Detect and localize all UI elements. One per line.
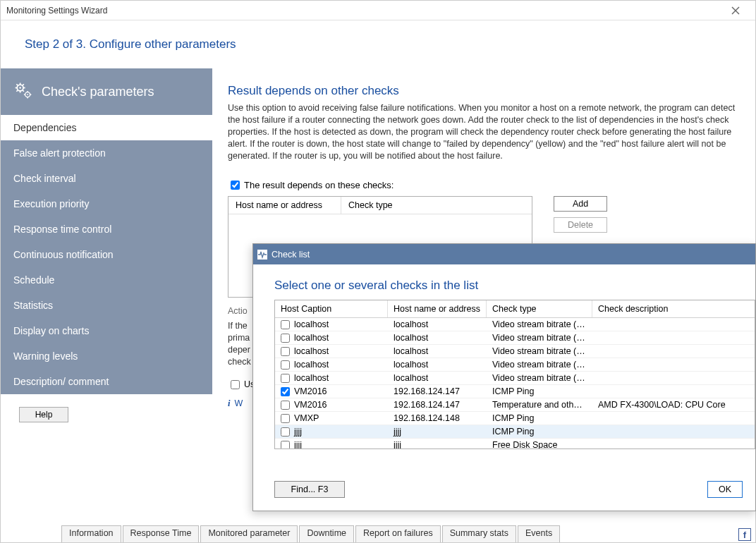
row-type: ICMP Ping: [487, 386, 592, 396]
sidebar-list: DependenciesFalse alert protectionCheck …: [1, 115, 212, 394]
row-caption: localhost: [294, 333, 329, 343]
row-host: 192.168.124.148: [388, 413, 487, 423]
info-text-truncated: W: [234, 398, 243, 408]
row-desc: AMD FX-4300\LOAD: CPU Core: [592, 400, 755, 410]
delete-button[interactable]: Delete: [554, 217, 607, 233]
tab-downtime[interactable]: Downtime: [299, 525, 354, 542]
check-list-row[interactable]: localhostlocalhostVideo stream bitrate (…: [275, 318, 755, 331]
row-caption: VMXP: [294, 413, 319, 423]
sidebar-item-execution-priority[interactable]: Execution priority: [1, 191, 212, 216]
row-host: jjjj: [388, 440, 487, 449]
dialog-title-text: Check list: [272, 250, 310, 260]
sidebar-heading-text: Check's parameters: [42, 85, 154, 99]
dependencies-buttons: Add Delete: [554, 196, 607, 233]
sidebar-item-display-on-charts[interactable]: Display on charts: [1, 318, 212, 343]
check-list-dialog: Check list Select one or several checks …: [252, 243, 756, 511]
dep-col-type[interactable]: Check type: [341, 197, 532, 214]
col-check-type[interactable]: Check type: [487, 300, 592, 317]
check-list-row[interactable]: jjjjjjjjFree Disk Space: [275, 439, 755, 449]
svg-point-13: [27, 94, 28, 95]
row-checkbox[interactable]: [281, 414, 290, 423]
sidebar-item-false-alert-protection[interactable]: False alert protection: [1, 140, 212, 166]
sidebar-item-continuous-notification[interactable]: Continuous notification: [1, 242, 212, 267]
row-type: ICMP Ping: [487, 413, 592, 423]
dialog-titlebar: Check list: [253, 244, 755, 264]
row-type: Video stream bitrate (RT...: [487, 319, 592, 329]
dialog-subtitle: Select one or several checks in the list: [253, 264, 755, 300]
check-list-row[interactable]: localhostlocalhostVideo stream bitrate (…: [275, 345, 755, 358]
svg-line-9: [23, 90, 24, 92]
result-depends-label: The result depends on these checks:: [244, 180, 394, 190]
row-checkbox[interactable]: [281, 360, 290, 370]
row-caption: jjjj: [294, 440, 302, 449]
svg-point-3: [19, 87, 21, 89]
row-type: Video stream bitrate (RT...: [487, 360, 592, 370]
sidebar-item-warning-levels[interactable]: Warning levels: [1, 343, 212, 369]
row-checkbox[interactable]: [281, 441, 290, 450]
row-host: jjjj: [388, 427, 487, 437]
tab-events[interactable]: Events: [518, 525, 560, 542]
check-list-row[interactable]: VM2016192.168.124.147ICMP Ping: [275, 385, 755, 398]
row-caption: localhost: [294, 319, 329, 329]
tab-report-on-failures[interactable]: Report on failures: [355, 525, 441, 542]
wizard-step-label: Step 2 of 3. Configure other parameters: [1, 20, 755, 68]
sidebar: Check's parameters DependenciesFalse ale…: [1, 68, 212, 542]
find-button[interactable]: Find... F3: [274, 481, 345, 498]
gears-icon: [13, 80, 33, 104]
dialog-button-row: Find... F3 OK: [274, 481, 743, 498]
sidebar-item-check-interval[interactable]: Check interval: [1, 166, 212, 191]
col-host-address[interactable]: Host name or address: [388, 300, 487, 317]
tab-monitored-parameter[interactable]: Monitored parameter: [200, 525, 298, 542]
check-list-grid-header: Host Caption Host name or address Check …: [275, 300, 755, 318]
row-checkbox[interactable]: [281, 387, 290, 396]
result-depends-checkbox[interactable]: [231, 181, 240, 190]
check-list-row[interactable]: VM2016192.168.124.147Temperature and oth…: [275, 398, 755, 412]
tab-summary-stats[interactable]: Summary stats: [442, 525, 516, 542]
result-depends-checkbox-row[interactable]: The result depends on these checks:: [228, 178, 741, 192]
section-title: Result depends on other checks: [228, 84, 741, 98]
sidebar-item-response-time-control[interactable]: Response time control: [1, 216, 212, 242]
check-list-row[interactable]: localhostlocalhostVideo stream bitrate (…: [275, 358, 755, 372]
row-checkbox[interactable]: [281, 347, 290, 356]
row-type: Video stream bitrate (RT...: [487, 373, 592, 383]
row-checkbox[interactable]: [281, 374, 290, 383]
check-list-grid[interactable]: Host Caption Host name or address Check …: [274, 300, 755, 449]
add-button[interactable]: Add: [554, 196, 607, 212]
sidebar-item-dependencies[interactable]: Dependencies: [1, 115, 212, 140]
row-caption: localhost: [294, 360, 329, 370]
col-check-description[interactable]: Check description: [592, 300, 755, 317]
check-list-row[interactable]: VMXP192.168.124.148ICMP Ping: [275, 412, 755, 425]
row-host: localhost: [388, 373, 487, 383]
check-list-row[interactable]: localhostlocalhostVideo stream bitrate (…: [275, 372, 755, 385]
ok-button[interactable]: OK: [707, 481, 743, 498]
close-icon[interactable]: [721, 1, 750, 20]
check-list-row[interactable]: jjjjjjjjICMP Ping: [275, 425, 755, 439]
help-button[interactable]: Help: [19, 407, 68, 422]
row-type: Video stream bitrate (RT...: [487, 346, 592, 356]
use-main-checkbox[interactable]: [231, 380, 240, 389]
row-checkbox[interactable]: [281, 334, 290, 343]
check-list-row[interactable]: localhostlocalhostVideo stream bitrate (…: [275, 331, 755, 345]
dep-col-host[interactable]: Host name or address: [228, 197, 341, 214]
row-caption: jjjj: [294, 427, 302, 437]
tab-information[interactable]: Information: [61, 525, 121, 542]
row-host: 192.168.124.147: [388, 386, 487, 396]
titlebar: Monitoring Settings Wizard: [1, 1, 755, 20]
facebook-icon[interactable]: f: [738, 528, 751, 541]
row-checkbox[interactable]: [281, 401, 290, 410]
dependencies-grid-header: Host name or address Check type: [228, 197, 532, 214]
row-caption: localhost: [294, 373, 329, 383]
row-checkbox[interactable]: [281, 320, 290, 329]
sidebar-item-schedule[interactable]: Schedule: [1, 267, 212, 293]
pulse-icon: [257, 250, 267, 260]
row-host: localhost: [388, 360, 487, 370]
sidebar-item-statistics[interactable]: Statistics: [1, 293, 212, 318]
col-host-caption[interactable]: Host Caption: [275, 300, 388, 317]
tab-response-time[interactable]: Response Time: [123, 525, 200, 542]
sidebar-item-description-comment[interactable]: Description/ comment: [1, 369, 212, 394]
check-list-grid-body: localhostlocalhostVideo stream bitrate (…: [275, 318, 755, 449]
row-type: Temperature and other ...: [487, 400, 592, 410]
row-host: localhost: [388, 346, 487, 356]
row-caption: localhost: [294, 346, 329, 356]
row-checkbox[interactable]: [281, 427, 290, 437]
